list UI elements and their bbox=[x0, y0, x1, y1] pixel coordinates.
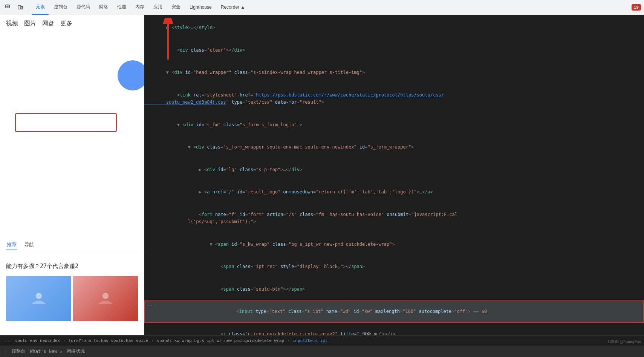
breadcrumb-sep-1: › bbox=[151, 338, 154, 343]
tab-elements[interactable]: 元素 bbox=[32, 0, 49, 15]
svg-rect-4 bbox=[21, 6, 23, 9]
devtools-bottom-tabs: : 控制台 What's New ✕ 网络状况 bbox=[0, 346, 644, 357]
status-prefix: ... bbox=[5, 338, 12, 343]
svg-point-6 bbox=[102, 293, 109, 299]
images-row bbox=[0, 273, 144, 324]
webpage-bottom: 能力有多强？27个代言豪赚2 bbox=[0, 260, 144, 335]
html-line-link: <link rel="stylesheet" href="https://pss… bbox=[144, 84, 644, 114]
html-line-s-fm: ▼ <div id="s_fm" class="s_form s_form_lo… bbox=[144, 113, 644, 136]
tab-application[interactable]: 应用 bbox=[150, 0, 166, 15]
inspect-element-button[interactable] bbox=[3, 2, 14, 13]
html-line-soutu-btn: <span class="soutu-btn"></span> bbox=[144, 278, 644, 301]
devtools-panel: ► <style>…</style> <div class="clear"></… bbox=[144, 15, 644, 335]
tab-nav[interactable]: 导航 bbox=[23, 240, 35, 250]
svg-point-5 bbox=[36, 293, 42, 299]
html-line-input-highlighted: ... <input type="text" class="s_ipt" nam… bbox=[144, 300, 644, 323]
breadcrumb-item-2[interactable]: span#s_kw_wrap.bg.s_ipt_wr.new-pmd.quick… bbox=[157, 338, 284, 343]
tab-recorder[interactable]: Recorder ▲ bbox=[217, 0, 249, 15]
bottom-tab-console[interactable]: 控制台 bbox=[12, 346, 25, 357]
html-line-form-wrapper: ▼ <div class="s_form_wrapper soutu-env-m… bbox=[144, 136, 644, 159]
search-box-outline bbox=[15, 113, 117, 132]
image-2 bbox=[73, 276, 138, 321]
html-line-logo: ▶ <a href="/" id="result_logo" onmousedo… bbox=[144, 181, 644, 204]
html-line-lg: ▶ <div id="lg" class="s-p-top">…</div> bbox=[144, 159, 644, 181]
nav-item-more[interactable]: 更多 bbox=[60, 20, 72, 28]
svg-rect-3 bbox=[18, 5, 21, 9]
bottom-tab-prefix: : bbox=[5, 349, 7, 354]
nav-item-images[interactable]: 图片 bbox=[24, 20, 36, 28]
breadcrumb-item-1[interactable]: form#form.fm.has-soutu.has-voice bbox=[69, 338, 148, 343]
html-line-style: ► <style>…</style> bbox=[144, 17, 644, 39]
nav-item-disk[interactable]: 网盘 bbox=[42, 20, 54, 28]
breadcrumb-item-0[interactable]: soutu-env-newindex bbox=[15, 338, 60, 343]
bottom-tab-whats-new[interactable]: What's New ✕ bbox=[30, 347, 62, 356]
error-badge: 19 bbox=[632, 4, 641, 11]
image-1 bbox=[6, 276, 71, 321]
html-line-head-wrapper: ▼ <div id="head_wrapper" class="s-isinde… bbox=[144, 61, 644, 84]
html-line-ipt-rec: <span class="ipt_rec" style="display: bl… bbox=[144, 256, 644, 278]
tab-security[interactable]: 安全 bbox=[168, 0, 184, 15]
webpage-content: 视频 图片 网盘 更多 推荐 导航 能力有多强？27个代言豪赚2 bbox=[0, 15, 144, 335]
nav-item-video[interactable]: 视频 bbox=[6, 20, 18, 28]
tab-network[interactable]: 网络 bbox=[95, 0, 112, 15]
tab-memory[interactable]: 内存 bbox=[132, 0, 148, 15]
search-box-area bbox=[15, 113, 117, 132]
status-bar: ... soutu-env-newindex › form#form.fm.ha… bbox=[0, 335, 644, 346]
tab-sources[interactable]: 源代码 bbox=[73, 0, 94, 15]
bottom-tab-network-status[interactable]: 网络状况 bbox=[67, 346, 85, 357]
blue-circle-decoration bbox=[118, 60, 144, 90]
html-line-clear: <div class="clear"></div> bbox=[144, 39, 644, 62]
html-line-c-icon: <i class="c-icon quickdelete c-color-gra… bbox=[144, 323, 644, 335]
toolbar-divider-1 bbox=[29, 4, 29, 11]
tab-console[interactable]: 控制台 bbox=[50, 0, 71, 15]
webpage-nav: 视频 图片 网盘 更多 bbox=[0, 15, 144, 32]
article-title: 能力有多强？27个代言豪赚2 bbox=[0, 260, 144, 273]
devtools-toolbar: 元素 控制台 源代码 网络 性能 内存 应用 安全 Lighthouse Rec… bbox=[0, 0, 644, 15]
webpage-panel: 视频 图片 网盘 更多 推荐 导航 能力有多强？27个代言豪赚2 bbox=[0, 15, 144, 335]
tab-lighthouse[interactable]: Lighthouse bbox=[186, 0, 216, 15]
whats-new-x-icon: ✕ bbox=[60, 349, 63, 354]
tab-performance[interactable]: 性能 bbox=[113, 0, 130, 15]
content-tabs: 推荐 导航 bbox=[0, 238, 144, 252]
breadcrumb-sep-0: › bbox=[63, 338, 66, 343]
tab-recommend[interactable]: 推荐 bbox=[6, 240, 17, 250]
breadcrumb-item-3[interactable]: input#kw.s_ipt bbox=[293, 338, 328, 343]
html-line-form: <form name="f" id="form" action="/s" cla… bbox=[144, 204, 644, 233]
whats-new-label: What's New bbox=[30, 349, 57, 354]
html-line-s-kw-wrap: ▼ <span id="s_kw_wrap" class="bg s_ipt_w… bbox=[144, 233, 644, 256]
main-area: 视频 图片 网盘 更多 推荐 导航 能力有多强？27个代言豪赚2 bbox=[0, 15, 644, 335]
breadcrumb-sep-2: › bbox=[287, 338, 290, 343]
device-toggle-button[interactable] bbox=[15, 2, 26, 13]
